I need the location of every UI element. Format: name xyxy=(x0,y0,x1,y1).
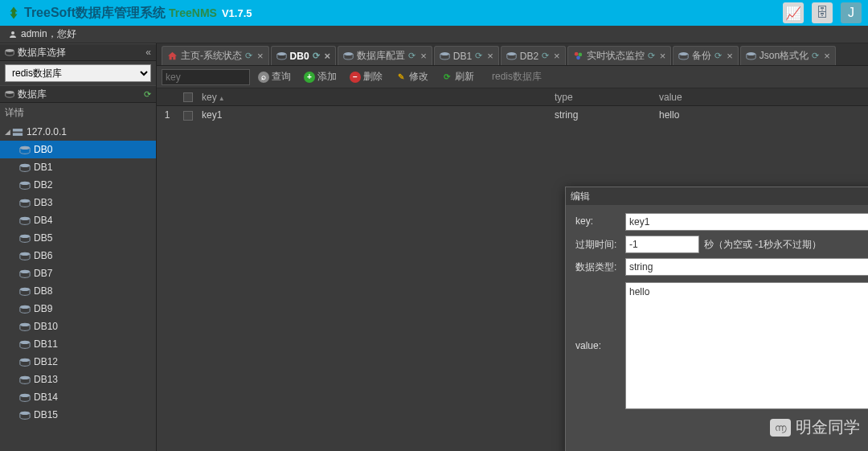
tree-leaf-db6[interactable]: DB6 xyxy=(0,247,156,264)
edit-button[interactable]: ✎修改 xyxy=(391,68,433,85)
refresh-icon[interactable]: ⟳ xyxy=(144,89,151,100)
delete-button[interactable]: −删除 xyxy=(345,68,387,85)
tree-leaf-db13[interactable]: DB13 xyxy=(0,371,156,388)
modal-header[interactable]: 编辑 ◻ ✕ xyxy=(566,187,868,205)
tab-refresh-icon[interactable]: ⟳ xyxy=(714,51,722,61)
key-search-input[interactable] xyxy=(162,69,250,85)
col-key-label[interactable]: key xyxy=(202,92,217,103)
db-panel-header: 数据库 ⟳ xyxy=(0,85,156,103)
tree-leaf-db12[interactable]: DB12 xyxy=(0,353,156,371)
tree-leaf-db1[interactable]: DB1 xyxy=(0,158,156,176)
expire-hint: 秒（为空或 -1秒永不过期） xyxy=(704,236,821,252)
tab-label: 主页-系统状态 xyxy=(181,49,242,63)
db-icon xyxy=(19,216,31,225)
refresh-button[interactable]: ⟳刷新 xyxy=(436,68,479,85)
tree-leaf-db2[interactable]: DB2 xyxy=(0,176,156,194)
tree-leaf-db15[interactable]: DB15 xyxy=(0,406,156,424)
minus-icon: − xyxy=(350,72,361,83)
table-row[interactable]: 1key1stringhello xyxy=(157,106,868,124)
svg-point-2 xyxy=(6,91,14,94)
col-type-label[interactable]: type xyxy=(555,92,659,103)
tab-close-icon[interactable]: × xyxy=(487,50,493,62)
tree-leaf-label: DB13 xyxy=(34,374,58,385)
tab-bar: 主页-系统状态⟳×DB0⟳×数据库配置⟳×DB1⟳×DB2⟳×实时状态监控⟳×备… xyxy=(157,43,868,66)
tree-leaf-label: DB2 xyxy=(34,179,52,191)
db-icon xyxy=(19,340,31,349)
modal-title: 编辑 xyxy=(571,190,590,203)
search-button[interactable]: ⌕查询 xyxy=(253,68,296,85)
tab-主页-系统状态[interactable]: 主页-系统状态⟳× xyxy=(162,46,269,65)
type-field[interactable] xyxy=(625,258,868,276)
svg-point-10 xyxy=(20,234,30,237)
tab-refresh-icon[interactable]: ⟳ xyxy=(245,51,252,61)
db-icon xyxy=(19,322,31,331)
tab-refresh-icon[interactable]: ⟳ xyxy=(313,51,320,61)
value-field[interactable] xyxy=(625,282,868,409)
database-select[interactable]: redis数据库 xyxy=(5,64,151,82)
search-icon: ⌕ xyxy=(258,72,269,83)
tab-DB0[interactable]: DB0⟳× xyxy=(271,46,337,65)
tab-close-icon[interactable]: × xyxy=(257,50,264,62)
tree-leaf-label: DB14 xyxy=(34,392,58,403)
expire-field[interactable] xyxy=(625,236,699,253)
svg-point-8 xyxy=(20,199,30,202)
collapse-icon[interactable]: « xyxy=(145,47,151,58)
svg-point-27 xyxy=(576,56,580,60)
tab-refresh-icon[interactable]: ⟳ xyxy=(408,51,416,61)
svg-point-25 xyxy=(574,52,578,56)
tree-leaf-db3[interactable]: DB3 xyxy=(0,194,156,211)
tab-label: 数据库配置 xyxy=(357,49,405,63)
svg-point-28 xyxy=(679,52,688,55)
tree-leaf-db0[interactable]: DB0 xyxy=(0,141,156,158)
tab-label: DB2 xyxy=(520,51,538,62)
app-header: TreeSoft数据库管理系统 TreeNMS V1.7.5 📈 🗄 J xyxy=(0,0,868,26)
tab-close-icon[interactable]: × xyxy=(727,50,733,62)
row-checkbox[interactable] xyxy=(183,111,193,121)
header-button-2[interactable]: 🗄 xyxy=(812,2,833,23)
tree-leaf-label: DB11 xyxy=(34,338,58,350)
tab-实时状态监控[interactable]: 实时状态监控⟳× xyxy=(567,46,672,65)
header-button-1[interactable]: 📈 xyxy=(783,2,804,23)
tab-refresh-icon[interactable]: ⟳ xyxy=(812,51,819,61)
tab-DB1[interactable]: DB1⟳× xyxy=(434,46,499,65)
db-icon xyxy=(19,163,31,172)
tree-host-node[interactable]: ◢ 127.0.0.1 xyxy=(0,123,156,141)
svg-point-7 xyxy=(20,181,30,184)
tree-host-label: 127.0.0.1 xyxy=(27,126,67,137)
tab-label: Json格式化 xyxy=(760,49,809,63)
db-select-title: 数据库选择 xyxy=(18,46,66,59)
svg-point-24 xyxy=(507,52,516,55)
tab-refresh-icon[interactable]: ⟳ xyxy=(648,51,655,61)
tree-leaf-db10[interactable]: DB10 xyxy=(0,318,156,335)
key-field-label: key: xyxy=(575,213,625,227)
tree-leaf-db14[interactable]: DB14 xyxy=(0,388,156,406)
header-button-3[interactable]: J xyxy=(841,2,862,23)
col-value-label[interactable]: value xyxy=(659,92,868,103)
tree-leaf-label: DB6 xyxy=(34,250,52,261)
tab-close-icon[interactable]: × xyxy=(660,50,666,62)
tab-DB2[interactable]: DB2⟳× xyxy=(501,46,566,65)
tree-leaf-db8[interactable]: DB8 xyxy=(0,282,156,300)
tab-close-icon[interactable]: × xyxy=(824,50,830,62)
tab-close-icon[interactable]: × xyxy=(420,50,427,62)
tree-leaf-db5[interactable]: DB5 xyxy=(0,229,156,247)
tab-数据库配置[interactable]: 数据库配置⟳× xyxy=(338,46,432,65)
monitor-icon xyxy=(573,51,583,60)
db-icon xyxy=(19,287,31,296)
key-field[interactable] xyxy=(625,213,868,231)
tab-refresh-icon[interactable]: ⟳ xyxy=(475,51,482,61)
tab-备份[interactable]: 备份⟳× xyxy=(673,46,739,65)
tree-leaf-db11[interactable]: DB11 xyxy=(0,335,156,353)
tab-close-icon[interactable]: × xyxy=(325,50,331,62)
db-icon xyxy=(678,51,689,60)
tree-leaf-db7[interactable]: DB7 xyxy=(0,264,156,282)
tab-refresh-icon[interactable]: ⟳ xyxy=(542,51,549,61)
tab-close-icon[interactable]: × xyxy=(554,50,560,62)
tab-Json格式化[interactable]: Json格式化⟳× xyxy=(740,46,836,65)
tree-leaf-db9[interactable]: DB9 xyxy=(0,300,156,318)
db-icon xyxy=(5,48,14,56)
select-all-checkbox[interactable] xyxy=(183,92,193,102)
tree-leaf-db4[interactable]: DB4 xyxy=(0,211,156,229)
add-button[interactable]: +添加 xyxy=(299,68,342,85)
svg-rect-4 xyxy=(13,133,23,136)
